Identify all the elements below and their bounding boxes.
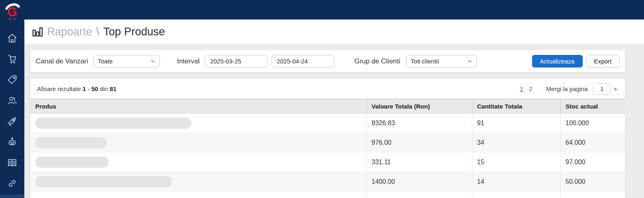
sidebar-item-docs[interactable] (0, 152, 24, 173)
top-bar (0, 0, 644, 20)
sidebar-item-products[interactable] (0, 69, 24, 90)
book-icon (7, 157, 17, 168)
table-row: 1400.00 14 50.000 (30, 172, 625, 191)
date-to-input[interactable] (271, 55, 334, 67)
top-produse-table: Produs Valoare Totala (Ron) Cantitate To… (30, 99, 625, 198)
produs-cell (30, 113, 366, 133)
results-panel: Afisare rezultate 1 - 50 din 81 1 2 Merg… (30, 79, 625, 198)
rocket-icon (7, 116, 17, 126)
cart-icon (7, 54, 17, 64)
cantitate-cell: 15 (472, 152, 560, 172)
results-total: 81 (110, 85, 116, 92)
table-row: 976.00 34 64.000 (30, 133, 625, 152)
tag-icon (7, 74, 17, 85)
sidebar-item-integrations[interactable] (0, 173, 24, 194)
sidebar-item-automation[interactable] (0, 131, 24, 152)
valoare-cell: 976.00 (366, 133, 472, 152)
grup-clienti-label: Grup de Clienti (354, 57, 400, 65)
range-start: 1 (83, 85, 86, 92)
chevron-down-icon (467, 59, 472, 64)
redacted-product-name (35, 176, 172, 187)
produs-cell (30, 172, 366, 191)
valoare-cell: 8326.83 (366, 113, 472, 133)
stoc-cell (560, 191, 625, 198)
page-link-1[interactable]: 1 (520, 85, 523, 92)
cantitate-cell: 14 (472, 172, 560, 191)
summary-prefix: Afisare rezultate (37, 85, 81, 92)
sidebar-item-clients[interactable] (0, 90, 24, 111)
of-word: din (100, 85, 108, 92)
table-header-row: Produs Valoare Totala (Ron) Cantitate To… (30, 99, 625, 113)
goto-page-input[interactable] (593, 83, 611, 95)
bar-chart-icon (32, 26, 43, 37)
sidebar-item-home[interactable] (0, 28, 24, 48)
sidebar-nav (0, 28, 24, 194)
sidebar-bottom-strip (0, 194, 24, 198)
range-separator: - (88, 85, 90, 92)
page-link-2[interactable]: 2 (529, 85, 532, 92)
goto-page-label: Mergi la pagina (546, 85, 588, 92)
actualizeaza-button[interactable]: Actualizeaza (532, 55, 583, 67)
cantitate-cell: 91 (472, 113, 560, 133)
col-header-stoc: Stoc actual (560, 99, 625, 113)
canal-select-value: Toate (98, 58, 113, 65)
redacted-product-name (35, 137, 107, 148)
col-header-cantitate: Cantitate Totala (472, 99, 560, 113)
cantitate-cell (472, 191, 560, 198)
table-row: 8326.83 91 100.000 (30, 113, 625, 133)
sidebar: G (0, 0, 24, 198)
breadcrumb-section[interactable]: Rapoarte (47, 26, 92, 38)
valoare-cell: 1400.00 (366, 172, 472, 191)
export-button[interactable]: Export (586, 55, 620, 67)
svg-text:G: G (7, 5, 17, 19)
valoare-cell (366, 191, 472, 198)
home-icon (7, 33, 17, 44)
caret-right-icon[interactable]: ▶ (614, 87, 618, 91)
stoc-cell: 64.000 (560, 133, 625, 152)
date-from-input[interactable] (205, 55, 268, 67)
users-icon (7, 95, 17, 106)
filter-bar: Canal de Vanzari Toate Interval Grup de … (30, 50, 625, 72)
produs-cell (30, 191, 366, 198)
valoare-cell: 331.11 (366, 152, 472, 172)
redacted-product-name (35, 117, 192, 129)
produs-cell (30, 152, 366, 172)
canal-label: Canal de Vanzari (36, 57, 88, 65)
stoc-cell: 50.000 (560, 172, 625, 191)
stoc-cell: 97.000 (560, 152, 625, 172)
produs-cell (30, 133, 366, 152)
app-logo[interactable]: G (0, 0, 24, 23)
link-icon (7, 178, 17, 189)
pagination: 1 2 Mergi la pagina ▶ (514, 83, 618, 95)
content-area: Canal de Vanzari Toate Interval Grup de … (24, 45, 644, 198)
table-row: 331.11 15 97.000 (30, 152, 625, 172)
sidebar-item-marketing[interactable] (0, 111, 24, 131)
page-header: Rapoarte \ Top Produse (24, 20, 644, 45)
redacted-product-name (35, 157, 109, 168)
stoc-cell: 100.000 (560, 113, 625, 133)
interval-label: Interval (177, 57, 200, 65)
breadcrumb-separator: \ (96, 26, 99, 38)
sidebar-item-orders[interactable] (0, 48, 24, 69)
logo-icon: G (3, 2, 22, 21)
grup-clienti-select[interactable]: Toti clientii (406, 55, 477, 67)
filter-actions: Actualizeaza Export (532, 55, 620, 67)
page-title: Top Produse (103, 26, 165, 38)
col-header-produs: Produs (30, 99, 366, 113)
cantitate-cell: 34 (472, 133, 560, 152)
table-row-partial (30, 191, 625, 198)
robot-icon (7, 137, 17, 147)
col-header-valoare: Valoare Totala (Ron) (366, 99, 472, 113)
canal-select[interactable]: Toate (93, 55, 160, 67)
grup-select-value: Toti clientii (411, 58, 439, 65)
chevron-down-icon (150, 59, 155, 64)
results-summary: Afisare rezultate 1 - 50 din 81 (37, 85, 116, 92)
results-bar: Afisare rezultate 1 - 50 din 81 1 2 Merg… (30, 79, 625, 99)
range-end: 50 (91, 85, 98, 92)
